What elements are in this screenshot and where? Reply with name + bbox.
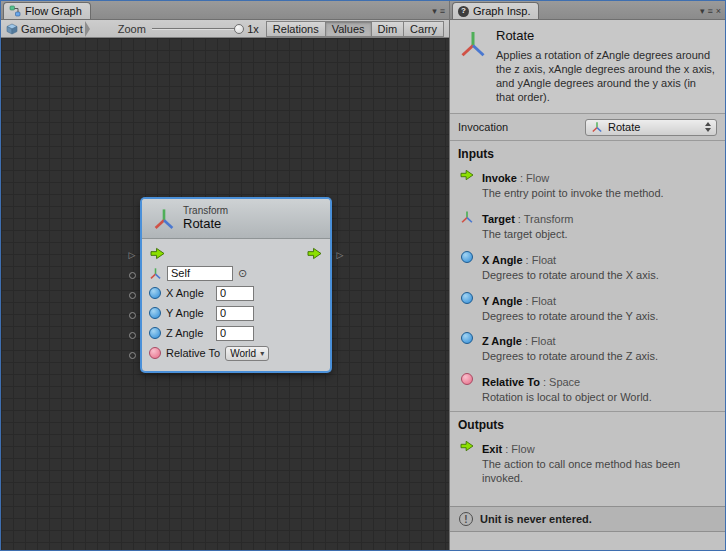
zoom-value: 1x — [247, 23, 259, 35]
float-icon — [461, 251, 473, 263]
flow-out-arrow-icon[interactable] — [307, 247, 322, 260]
flow-graph-icon — [9, 5, 21, 17]
zoom-label: Zoom — [118, 23, 146, 35]
transform-mini-icon — [591, 121, 603, 133]
breadcrumb[interactable]: GameObject — [3, 21, 85, 37]
inspector-title: Rotate — [496, 28, 717, 43]
tab-graph-inspector-label: Graph Insp. — [473, 5, 530, 17]
float-port-icon — [149, 327, 161, 339]
graph-canvas[interactable]: ▷ Transform — [1, 38, 449, 550]
port-type: Flow — [517, 172, 549, 184]
values-button[interactable]: Values — [325, 21, 372, 37]
z-angle-port[interactable] — [129, 332, 136, 339]
warning-text: Unit is never entered. — [480, 513, 592, 525]
input-item-z-angle: Z AngleFloat Degrees to rotate around th… — [450, 329, 725, 370]
port-type: Space — [540, 376, 580, 388]
left-tab-menu: ▾ ≡ — [432, 7, 449, 19]
port-type: Float — [522, 335, 556, 347]
node-input-ports: ▷ — [123, 198, 141, 365]
tab-dropdown-icon[interactable]: ▾ — [700, 7, 705, 16]
y-angle-label: Y Angle — [166, 307, 211, 319]
port-description: Degrees to rotate around the Z axis. — [482, 350, 658, 364]
invocation-value: Rotate — [608, 121, 640, 133]
transform-icon — [460, 210, 474, 224]
transform-mini-icon — [149, 267, 162, 280]
left-tabstrip: Flow Graph ▾ ≡ — [1, 1, 449, 20]
y-angle-input[interactable] — [216, 306, 254, 321]
input-item-x-angle: X AngleFloat Degrees to rotate around th… — [450, 248, 725, 289]
transform-icon — [458, 29, 488, 59]
inspector-footer — [450, 532, 725, 550]
node-area: ▷ Transform — [123, 198, 349, 372]
target-port[interactable] — [129, 272, 136, 279]
transform-icon — [152, 207, 176, 231]
port-description: Rotation is local to object or World. — [482, 391, 652, 405]
flow-graph-pane: Flow Graph ▾ ≡ GameObject Zoom — [1, 1, 449, 550]
port-description: The entry point to invoke the method. — [482, 187, 664, 201]
right-tab-menu: ▾ ≡ × — [700, 7, 725, 19]
port-name: Y Angle — [482, 295, 522, 307]
port-description: Degrees to rotate around the X axis. — [482, 269, 659, 283]
self-field[interactable] — [167, 266, 233, 281]
z-angle-input[interactable] — [216, 326, 254, 341]
port-name: Target — [482, 213, 515, 225]
dim-button[interactable]: Dim — [371, 21, 405, 37]
input-item-target: TargetTransform The target object. — [450, 207, 725, 248]
rotate-node-body: ⊙ X Angle Y Angle — [142, 239, 330, 371]
tab-graph-inspector[interactable]: ? Graph Insp. — [452, 2, 539, 19]
invocation-dropdown[interactable]: Rotate — [585, 119, 717, 136]
port-type: Float — [523, 254, 557, 266]
flow-input-port[interactable]: ▷ — [129, 251, 136, 260]
x-angle-port[interactable] — [129, 292, 136, 299]
float-icon — [461, 292, 473, 304]
gameobject-icon — [6, 23, 18, 35]
object-picker-icon[interactable]: ⊙ — [238, 268, 247, 279]
flow-in-arrow-icon[interactable] — [150, 247, 165, 260]
zoom-slider-handle[interactable] — [234, 24, 244, 34]
tab-dropdown-icon[interactable]: ▾ — [432, 7, 437, 16]
relations-button[interactable]: Relations — [266, 21, 326, 37]
port-name: Invoke — [482, 172, 517, 184]
popup-arrows-icon — [705, 122, 711, 132]
carry-button[interactable]: Carry — [403, 21, 444, 37]
toolbar-buttons: Relations Values Dim Carry — [267, 21, 447, 37]
warning-icon: ! — [459, 512, 473, 526]
y-angle-port[interactable] — [129, 312, 136, 319]
node-output-ports: ▷ — [331, 198, 349, 265]
rotate-node[interactable]: Transform Rotate — [141, 198, 331, 372]
port-type: Transform — [515, 213, 574, 225]
x-angle-input[interactable] — [216, 286, 254, 301]
close-icon[interactable]: × — [716, 7, 721, 16]
x-angle-label: X Angle — [166, 287, 211, 299]
right-tabstrip: ? Graph Insp. ▾ ≡ × — [450, 1, 725, 20]
space-port-icon — [149, 347, 161, 359]
input-item-y-angle: Y AngleFloat Degrees to rotate around th… — [450, 289, 725, 330]
input-item-relative-to: Relative ToSpace Rotation is local to ob… — [450, 370, 725, 411]
port-type: Flow — [502, 443, 534, 455]
breadcrumb-chevron-icon — [85, 21, 90, 37]
port-name: Exit — [482, 443, 502, 455]
port-name: Z Angle — [482, 335, 522, 347]
zoom-slider[interactable] — [152, 22, 241, 36]
invocation-row: Invocation Rotate — [450, 114, 725, 141]
port-description: The target object. — [482, 228, 574, 242]
flow-output-port[interactable]: ▷ — [337, 251, 344, 260]
float-port-icon — [149, 307, 161, 319]
z-angle-label: Z Angle — [166, 327, 211, 339]
port-type: Float — [522, 295, 556, 307]
relative-to-port[interactable] — [129, 352, 136, 359]
node-title: Rotate — [183, 217, 228, 232]
inspector-header: Rotate Applies a rotation of zAngle degr… — [450, 20, 725, 114]
flow-graph-window: Flow Graph ▾ ≡ GameObject Zoom — [0, 0, 726, 551]
tab-flow-graph[interactable]: Flow Graph — [3, 2, 91, 19]
tab-menu-icon[interactable]: ≡ — [707, 7, 712, 16]
relative-to-dropdown[interactable]: World ▾ — [225, 346, 269, 361]
invocation-label: Invocation — [458, 121, 508, 133]
tab-menu-icon[interactable]: ≡ — [440, 7, 445, 16]
tab-flow-graph-label: Flow Graph — [25, 5, 82, 17]
breadcrumb-label: GameObject — [21, 23, 83, 35]
port-name: Relative To — [482, 376, 540, 388]
chevron-down-icon: ▾ — [260, 349, 264, 358]
rotate-node-header[interactable]: Transform Rotate — [142, 199, 330, 239]
flow-icon — [460, 169, 474, 181]
